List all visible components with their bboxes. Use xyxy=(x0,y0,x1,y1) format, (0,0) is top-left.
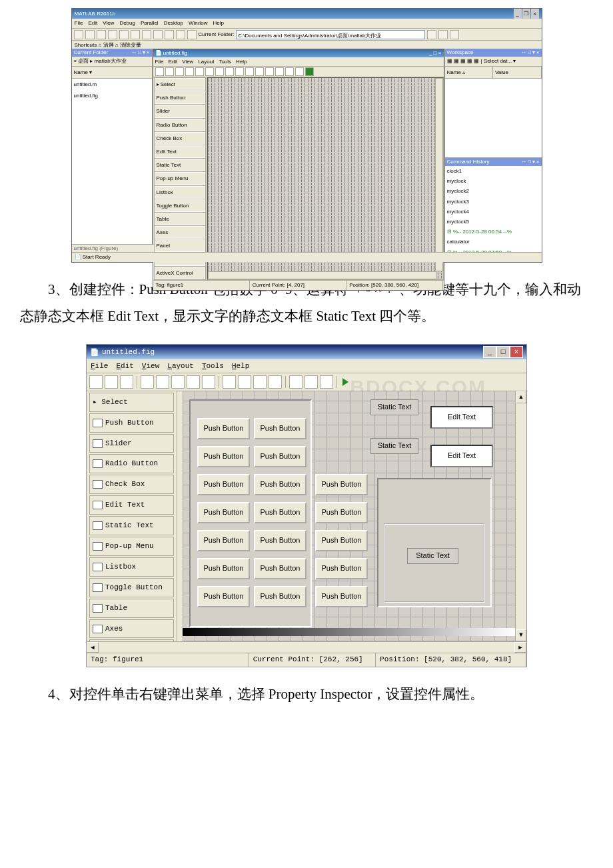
redo-icon[interactable] xyxy=(202,375,215,389)
layout-canvas[interactable]: Push Button Push Button Push Button Push… xyxy=(177,391,515,641)
push-button[interactable]: Push Button xyxy=(197,446,250,467)
palette-item[interactable]: Check Box xyxy=(89,475,174,494)
h-scrollbar[interactable] xyxy=(208,271,436,279)
open-icon[interactable] xyxy=(85,30,95,39)
undo-icon[interactable] xyxy=(131,30,140,39)
restore-icon[interactable]: ❐ xyxy=(522,9,530,19)
push-button[interactable]: Push Button xyxy=(315,586,368,607)
cf-path[interactable]: « 桌面 ▸ matlab大作业 xyxy=(72,57,152,67)
command-history-item[interactable]: myclock xyxy=(445,176,542,186)
v-scrollbar[interactable]: ▲▼ xyxy=(515,391,526,641)
run-icon[interactable] xyxy=(342,378,348,386)
guide-toolbar[interactable] xyxy=(87,373,526,391)
toolbar-editor-icon[interactable] xyxy=(269,375,282,389)
push-button[interactable]: Push Button xyxy=(254,558,306,579)
push-button[interactable]: Push Button xyxy=(197,418,250,439)
new-icon[interactable] xyxy=(89,375,103,389)
palette-item[interactable]: Push Button xyxy=(89,413,174,433)
layout-canvas[interactable] xyxy=(207,77,444,280)
property-inspector-icon[interactable] xyxy=(305,375,318,389)
command-history-item[interactable]: myclock2 xyxy=(445,186,542,196)
help-icon[interactable] xyxy=(187,30,197,39)
path-dropdown-icon[interactable] xyxy=(427,30,436,39)
palette-item[interactable]: Static Text xyxy=(89,516,174,535)
menu-ile[interactable]: File xyxy=(91,362,108,370)
close-pane-icon[interactable]: × xyxy=(147,49,150,55)
maximize-icon[interactable]: □ xyxy=(434,50,437,56)
close-icon[interactable]: × xyxy=(531,9,539,19)
copy-icon[interactable] xyxy=(108,30,117,39)
command-history-item[interactable]: calculator xyxy=(445,237,542,247)
new-icon[interactable] xyxy=(74,30,83,39)
paste-icon[interactable] xyxy=(171,375,185,389)
menu-dit[interactable]: Edit xyxy=(116,362,133,370)
paste-icon[interactable] xyxy=(119,30,129,39)
palette-item[interactable]: Listbox xyxy=(89,557,174,577)
push-button[interactable]: Push Button xyxy=(315,530,368,551)
palette-item[interactable]: Slider xyxy=(89,434,174,453)
palette-item[interactable]: Table xyxy=(89,599,174,618)
cut-icon[interactable] xyxy=(141,375,154,389)
push-button[interactable]: Push Button xyxy=(197,558,250,579)
palette-item[interactable]: Edit Text xyxy=(89,495,174,515)
maximize-icon[interactable]: □ xyxy=(496,346,510,358)
push-button[interactable]: Push Button xyxy=(254,502,306,523)
push-button[interactable]: Push Button xyxy=(315,502,368,523)
guide-menubar[interactable]: FileEditViewLayoutToolsHelp xyxy=(87,359,526,373)
push-button[interactable]: Push Button xyxy=(197,530,250,551)
palette-item[interactable]: Radio Button xyxy=(89,454,174,473)
redo-icon[interactable] xyxy=(142,30,151,39)
workspace[interactable]: Name ▵Value xyxy=(445,67,542,157)
profiler-icon[interactable] xyxy=(176,30,185,39)
component-palette[interactable]: ▸ SelectPush ButtonSliderRadio ButtonChe… xyxy=(87,391,177,641)
open-icon[interactable] xyxy=(105,375,118,389)
h-scrollbar[interactable]: ◄► xyxy=(87,641,526,653)
push-button[interactable]: Push Button xyxy=(197,474,250,495)
tab-order-icon[interactable] xyxy=(253,375,267,389)
save-icon[interactable] xyxy=(120,375,133,389)
edit-text[interactable]: Edit Text xyxy=(430,445,493,467)
editor-icon[interactable] xyxy=(289,375,303,389)
edit-text[interactable]: Edit Text xyxy=(430,406,493,429)
minimize-icon[interactable]: _ xyxy=(483,346,496,358)
align-icon[interactable] xyxy=(223,375,236,389)
current-folder-path[interactable]: C:\Documents and Settings\Administrator\… xyxy=(236,30,425,39)
palette-item[interactable]: Axes xyxy=(89,619,174,639)
ide-menubar[interactable]: FileEditViewDebugParallelDesktopWindowHe… xyxy=(72,19,542,29)
file-item[interactable]: untitled.fig xyxy=(72,90,152,101)
push-button[interactable]: Push Button xyxy=(315,558,368,579)
file-item[interactable]: untitled.m xyxy=(72,79,152,90)
command-history-item[interactable]: myclock4 xyxy=(445,207,542,217)
pin-icon[interactable]: ↔ xyxy=(131,49,137,55)
guide-menubar[interactable]: FileEditViewLayoutToolsHelp xyxy=(153,57,444,67)
push-button[interactable]: Push Button xyxy=(197,502,250,523)
command-history-item[interactable]: myclock3 xyxy=(445,197,542,207)
push-button[interactable]: Push Button xyxy=(315,474,368,495)
object-browser-icon[interactable] xyxy=(320,375,333,389)
menu-icon[interactable]: ▾ xyxy=(143,49,145,55)
component-palette[interactable]: ▸ SelectPush ButtonSliderRadio ButtonChe… xyxy=(153,77,207,280)
command-history[interactable]: clock1 myclock myclock2 myclock3 myclock… xyxy=(445,166,542,253)
push-button[interactable]: Push Button xyxy=(254,530,306,551)
file-list[interactable]: Name ▾ untitled.m untitled.fig xyxy=(72,67,152,253)
palette-item[interactable]: Panel xyxy=(89,639,174,641)
command-history-item[interactable]: myclock5 xyxy=(445,217,542,227)
undo-icon[interactable] xyxy=(187,375,200,389)
cut-icon[interactable] xyxy=(97,30,106,39)
push-button[interactable]: Push Button xyxy=(254,446,306,467)
menu-ayout[interactable]: Layout xyxy=(167,362,194,370)
name-col[interactable]: Name ▾ xyxy=(72,67,152,79)
ide-toolbar[interactable]: Current Folder: C:\Documents and Setting… xyxy=(72,29,542,41)
command-history-item[interactable]: clock1 xyxy=(445,166,542,176)
push-button[interactable]: Push Button xyxy=(254,418,306,439)
close-icon[interactable]: × xyxy=(438,50,442,56)
workspace-toolbar[interactable]: ▦ ▦ ▦ ▦ ▦ | Select dat... ▾ xyxy=(445,57,542,67)
push-button[interactable]: Push Button xyxy=(197,586,250,607)
slider[interactable] xyxy=(183,628,515,636)
palette-item[interactable]: Toggle Button xyxy=(89,578,174,597)
push-button[interactable]: Push Button xyxy=(254,474,306,495)
menu-elp[interactable]: Help xyxy=(232,362,249,370)
browse-icon[interactable] xyxy=(438,30,448,39)
minimize-icon[interactable]: _ xyxy=(514,9,522,19)
close-icon[interactable]: × xyxy=(510,346,523,358)
